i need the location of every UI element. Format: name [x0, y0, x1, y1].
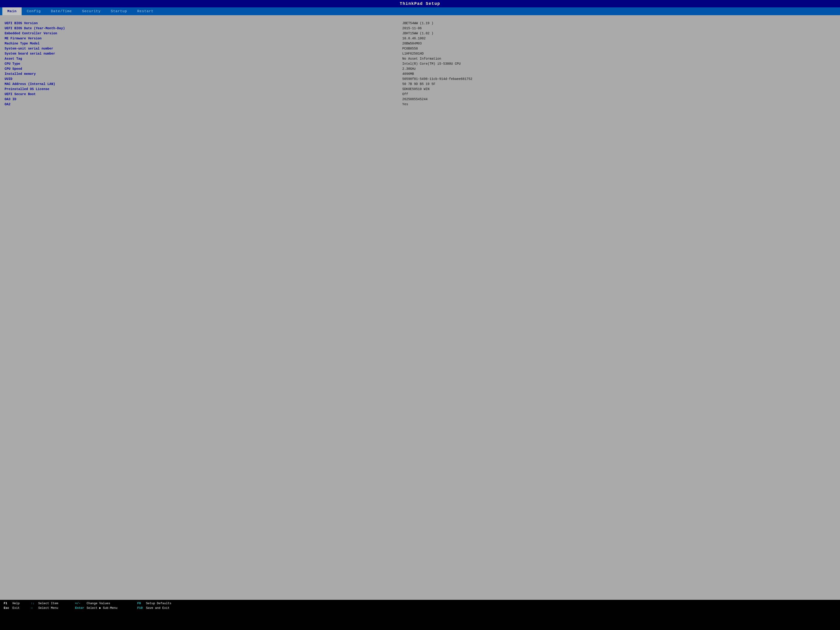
- info-value: No Asset Information: [402, 56, 833, 61]
- info-value: 2625085545244: [402, 97, 833, 102]
- f9-label: Setup Defaults: [146, 602, 171, 605]
- info-key: Machine Type Model: [5, 41, 402, 46]
- title-text: ThinkPad Setup: [400, 2, 440, 6]
- info-key: Asset Tag: [5, 56, 402, 61]
- table-row: UEFI BIOS VersionJBET54WW (1.19 ): [5, 21, 833, 26]
- nav-tab-config[interactable]: Config: [22, 7, 46, 15]
- info-key: UEFI BIOS Version: [5, 21, 402, 26]
- info-key: UEFI BIOS Date (Year-Month-Day): [5, 26, 402, 31]
- table-row: Machine Type Model20BWS04M03: [5, 41, 833, 46]
- enter-sym: Enter: [75, 606, 87, 610]
- info-key: UUID: [5, 76, 402, 82]
- esc-key: Esc: [4, 606, 13, 610]
- select-submenu-action: Select ▶ Sub-Menu: [87, 606, 137, 610]
- nav-bar: MainConfigDate/TimeSecurityStartupRestar…: [0, 7, 840, 15]
- updown-arrow: ↑↓: [31, 602, 38, 605]
- info-value: 2015-11-06: [402, 26, 833, 31]
- table-row: System board serial numberL1HF62501HD: [5, 51, 833, 56]
- info-value: JBET54WW (1.19 ): [402, 21, 833, 26]
- table-row: OA3 ID2625085545244: [5, 97, 833, 102]
- bottom-black-bar: [0, 611, 840, 630]
- info-key: UEFI Secure Boot: [5, 92, 402, 97]
- f10-key: F10: [137, 606, 146, 610]
- select-item-action: Select Item: [38, 602, 75, 605]
- info-value: 4096MB: [402, 71, 833, 76]
- nav-tab-date-time[interactable]: Date/Time: [46, 7, 77, 15]
- table-row: OA2Yes: [5, 102, 833, 107]
- info-key: ME Firmware Version: [5, 36, 402, 41]
- f9-key: F9: [137, 602, 146, 605]
- table-row: MAC Address (Internal LAN)50 7B 9D B5 19…: [5, 82, 833, 87]
- nav-tab-startup[interactable]: Startup: [106, 7, 132, 15]
- table-row: ME Firmware Version10.0.46.1002: [5, 36, 833, 41]
- info-key: OA3 ID: [5, 97, 402, 102]
- f1-key: F1: [4, 602, 13, 605]
- info-value: PC0B0558: [402, 46, 833, 51]
- info-value: Intel(R) Core(TM) i5-5300U CPU: [402, 61, 833, 66]
- info-key: Preinstalled OS License: [5, 87, 402, 92]
- main-content: UEFI BIOS VersionJBET54WW (1.19 )UEFI BI…: [0, 15, 840, 600]
- table-row: Asset TagNo Asset Information: [5, 56, 833, 61]
- info-value: 20BWS04M03: [402, 41, 833, 46]
- info-value: SDK0E50510 WIN: [402, 87, 833, 92]
- info-value: L1HF62501HD: [402, 51, 833, 56]
- table-row: Preinstalled OS LicenseSDK0E50510 WIN: [5, 87, 833, 92]
- table-row: Installed memory4096MB: [5, 71, 833, 76]
- esc-label: Exit: [13, 606, 31, 610]
- plusminus-sym: +/-: [75, 602, 87, 605]
- info-key: System-unit serial number: [5, 46, 402, 51]
- leftright-arrow: ↔: [31, 606, 38, 610]
- info-key: CPU Speed: [5, 66, 402, 71]
- info-key: Embedded Controller Version: [5, 31, 402, 36]
- info-key: System board serial number: [5, 51, 402, 56]
- info-key: CPU Type: [5, 61, 402, 66]
- bios-title: ThinkPad Setup: [0, 0, 840, 7]
- footer-row-1: F1 Help ↑↓ Select Item +/- Change Values…: [4, 602, 836, 605]
- change-values-action: Change Values: [87, 602, 137, 605]
- table-row: UEFI Secure BootOff: [5, 92, 833, 97]
- info-value: Off: [402, 92, 833, 97]
- select-menu-action: Select Menu: [38, 606, 75, 610]
- info-key: OA2: [5, 102, 402, 107]
- table-row: Embedded Controller VersionJBHT15WW (1.0…: [5, 31, 833, 36]
- info-value: 50 7B 9D B5 19 5F: [402, 82, 833, 87]
- info-value: 50598f81-5498-11cb-914d-febaee681752: [402, 76, 833, 82]
- info-key: Installed memory: [5, 71, 402, 76]
- info-value: 2.30GHz: [402, 66, 833, 71]
- nav-tab-restart[interactable]: Restart: [132, 7, 159, 15]
- info-value: JBHT15WW (1.02 ): [402, 31, 833, 36]
- table-row: CPU TypeIntel(R) Core(TM) i5-5300U CPU: [5, 61, 833, 66]
- table-row: System-unit serial numberPC0B0558: [5, 46, 833, 51]
- info-value: 10.0.46.1002: [402, 36, 833, 41]
- table-row: UUID50598f81-5498-11cb-914d-febaee681752: [5, 76, 833, 82]
- f1-label: Help: [13, 602, 31, 605]
- info-value: Yes: [402, 102, 833, 107]
- nav-tab-main[interactable]: Main: [2, 7, 22, 15]
- nav-tab-security[interactable]: Security: [77, 7, 106, 15]
- f10-label: Save and Exit: [146, 606, 169, 610]
- table-row: CPU Speed2.30GHz: [5, 66, 833, 71]
- info-key: MAC Address (Internal LAN): [5, 82, 402, 87]
- footer-row-2: Esc Exit ↔ Select Menu Enter Select ▶ Su…: [4, 606, 836, 610]
- footer-bar: F1 Help ↑↓ Select Item +/- Change Values…: [0, 600, 840, 611]
- table-row: UEFI BIOS Date (Year-Month-Day)2015-11-0…: [5, 26, 833, 31]
- info-table: UEFI BIOS VersionJBET54WW (1.19 )UEFI BI…: [5, 21, 833, 107]
